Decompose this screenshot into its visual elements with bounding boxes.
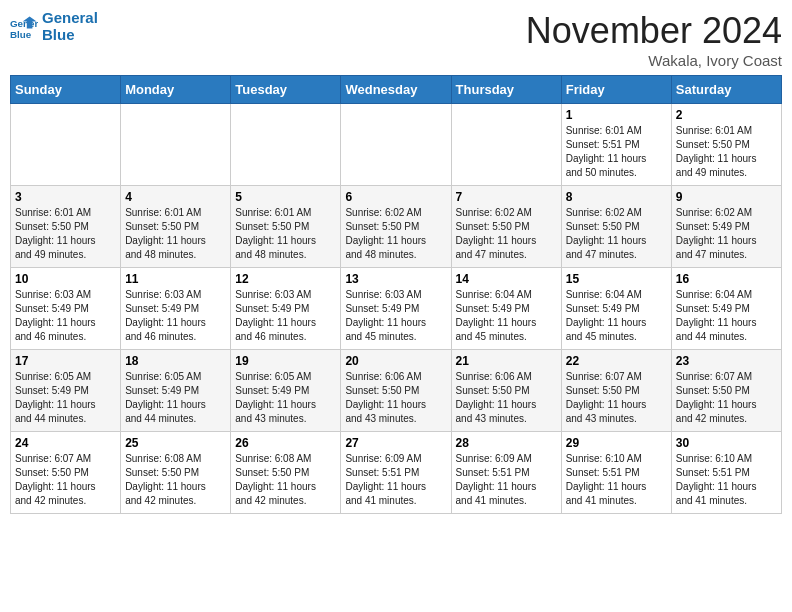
day-number: 15 bbox=[566, 272, 667, 286]
day-info: Sunrise: 6:01 AM Sunset: 5:50 PM Dayligh… bbox=[15, 206, 116, 262]
calendar-cell: 21Sunrise: 6:06 AM Sunset: 5:50 PM Dayli… bbox=[451, 350, 561, 432]
day-number: 30 bbox=[676, 436, 777, 450]
calendar-week-3: 10Sunrise: 6:03 AM Sunset: 5:49 PM Dayli… bbox=[11, 268, 782, 350]
day-number: 8 bbox=[566, 190, 667, 204]
day-info: Sunrise: 6:04 AM Sunset: 5:49 PM Dayligh… bbox=[566, 288, 667, 344]
calendar-cell: 4Sunrise: 6:01 AM Sunset: 5:50 PM Daylig… bbox=[121, 186, 231, 268]
day-info: Sunrise: 6:03 AM Sunset: 5:49 PM Dayligh… bbox=[345, 288, 446, 344]
calendar-cell bbox=[121, 104, 231, 186]
day-number: 21 bbox=[456, 354, 557, 368]
logo-blue: Blue bbox=[42, 27, 98, 44]
calendar-cell: 9Sunrise: 6:02 AM Sunset: 5:49 PM Daylig… bbox=[671, 186, 781, 268]
calendar-cell bbox=[451, 104, 561, 186]
day-number: 26 bbox=[235, 436, 336, 450]
day-info: Sunrise: 6:07 AM Sunset: 5:50 PM Dayligh… bbox=[676, 370, 777, 426]
day-info: Sunrise: 6:04 AM Sunset: 5:49 PM Dayligh… bbox=[456, 288, 557, 344]
calendar-cell: 18Sunrise: 6:05 AM Sunset: 5:49 PM Dayli… bbox=[121, 350, 231, 432]
calendar-cell: 12Sunrise: 6:03 AM Sunset: 5:49 PM Dayli… bbox=[231, 268, 341, 350]
calendar-cell: 29Sunrise: 6:10 AM Sunset: 5:51 PM Dayli… bbox=[561, 432, 671, 514]
calendar-table: SundayMondayTuesdayWednesdayThursdayFrid… bbox=[10, 75, 782, 514]
day-number: 1 bbox=[566, 108, 667, 122]
day-info: Sunrise: 6:10 AM Sunset: 5:51 PM Dayligh… bbox=[566, 452, 667, 508]
day-number: 29 bbox=[566, 436, 667, 450]
calendar-cell: 22Sunrise: 6:07 AM Sunset: 5:50 PM Dayli… bbox=[561, 350, 671, 432]
calendar-week-5: 24Sunrise: 6:07 AM Sunset: 5:50 PM Dayli… bbox=[11, 432, 782, 514]
logo-icon: General Blue bbox=[10, 13, 38, 41]
day-number: 22 bbox=[566, 354, 667, 368]
day-number: 5 bbox=[235, 190, 336, 204]
day-info: Sunrise: 6:08 AM Sunset: 5:50 PM Dayligh… bbox=[125, 452, 226, 508]
day-info: Sunrise: 6:02 AM Sunset: 5:50 PM Dayligh… bbox=[345, 206, 446, 262]
day-info: Sunrise: 6:01 AM Sunset: 5:50 PM Dayligh… bbox=[235, 206, 336, 262]
day-number: 19 bbox=[235, 354, 336, 368]
day-info: Sunrise: 6:08 AM Sunset: 5:50 PM Dayligh… bbox=[235, 452, 336, 508]
calendar-cell: 26Sunrise: 6:08 AM Sunset: 5:50 PM Dayli… bbox=[231, 432, 341, 514]
calendar-cell: 11Sunrise: 6:03 AM Sunset: 5:49 PM Dayli… bbox=[121, 268, 231, 350]
calendar-cell: 8Sunrise: 6:02 AM Sunset: 5:50 PM Daylig… bbox=[561, 186, 671, 268]
day-header-thursday: Thursday bbox=[451, 76, 561, 104]
day-info: Sunrise: 6:06 AM Sunset: 5:50 PM Dayligh… bbox=[456, 370, 557, 426]
day-number: 9 bbox=[676, 190, 777, 204]
day-number: 7 bbox=[456, 190, 557, 204]
day-info: Sunrise: 6:03 AM Sunset: 5:49 PM Dayligh… bbox=[235, 288, 336, 344]
day-number: 18 bbox=[125, 354, 226, 368]
day-header-saturday: Saturday bbox=[671, 76, 781, 104]
day-header-wednesday: Wednesday bbox=[341, 76, 451, 104]
calendar-cell: 27Sunrise: 6:09 AM Sunset: 5:51 PM Dayli… bbox=[341, 432, 451, 514]
day-number: 11 bbox=[125, 272, 226, 286]
calendar-cell: 28Sunrise: 6:09 AM Sunset: 5:51 PM Dayli… bbox=[451, 432, 561, 514]
day-header-monday: Monday bbox=[121, 76, 231, 104]
day-info: Sunrise: 6:03 AM Sunset: 5:49 PM Dayligh… bbox=[125, 288, 226, 344]
day-info: Sunrise: 6:01 AM Sunset: 5:51 PM Dayligh… bbox=[566, 124, 667, 180]
calendar-body: 1Sunrise: 6:01 AM Sunset: 5:51 PM Daylig… bbox=[11, 104, 782, 514]
day-number: 2 bbox=[676, 108, 777, 122]
day-info: Sunrise: 6:07 AM Sunset: 5:50 PM Dayligh… bbox=[15, 452, 116, 508]
day-info: Sunrise: 6:02 AM Sunset: 5:49 PM Dayligh… bbox=[676, 206, 777, 262]
calendar-cell: 25Sunrise: 6:08 AM Sunset: 5:50 PM Dayli… bbox=[121, 432, 231, 514]
title-block: November 2024 Wakala, Ivory Coast bbox=[526, 10, 782, 69]
calendar-cell: 15Sunrise: 6:04 AM Sunset: 5:49 PM Dayli… bbox=[561, 268, 671, 350]
day-number: 13 bbox=[345, 272, 446, 286]
day-number: 10 bbox=[15, 272, 116, 286]
calendar-cell: 1Sunrise: 6:01 AM Sunset: 5:51 PM Daylig… bbox=[561, 104, 671, 186]
day-number: 24 bbox=[15, 436, 116, 450]
day-info: Sunrise: 6:01 AM Sunset: 5:50 PM Dayligh… bbox=[676, 124, 777, 180]
calendar-cell: 23Sunrise: 6:07 AM Sunset: 5:50 PM Dayli… bbox=[671, 350, 781, 432]
calendar-cell: 7Sunrise: 6:02 AM Sunset: 5:50 PM Daylig… bbox=[451, 186, 561, 268]
day-info: Sunrise: 6:03 AM Sunset: 5:49 PM Dayligh… bbox=[15, 288, 116, 344]
calendar-cell: 19Sunrise: 6:05 AM Sunset: 5:49 PM Dayli… bbox=[231, 350, 341, 432]
calendar-cell: 6Sunrise: 6:02 AM Sunset: 5:50 PM Daylig… bbox=[341, 186, 451, 268]
calendar-cell: 10Sunrise: 6:03 AM Sunset: 5:49 PM Dayli… bbox=[11, 268, 121, 350]
calendar-week-2: 3Sunrise: 6:01 AM Sunset: 5:50 PM Daylig… bbox=[11, 186, 782, 268]
day-header-tuesday: Tuesday bbox=[231, 76, 341, 104]
calendar-cell: 24Sunrise: 6:07 AM Sunset: 5:50 PM Dayli… bbox=[11, 432, 121, 514]
calendar-header-row: SundayMondayTuesdayWednesdayThursdayFrid… bbox=[11, 76, 782, 104]
day-info: Sunrise: 6:05 AM Sunset: 5:49 PM Dayligh… bbox=[235, 370, 336, 426]
calendar-cell: 30Sunrise: 6:10 AM Sunset: 5:51 PM Dayli… bbox=[671, 432, 781, 514]
calendar-cell: 16Sunrise: 6:04 AM Sunset: 5:49 PM Dayli… bbox=[671, 268, 781, 350]
day-header-friday: Friday bbox=[561, 76, 671, 104]
day-number: 17 bbox=[15, 354, 116, 368]
calendar-cell: 20Sunrise: 6:06 AM Sunset: 5:50 PM Dayli… bbox=[341, 350, 451, 432]
day-info: Sunrise: 6:09 AM Sunset: 5:51 PM Dayligh… bbox=[345, 452, 446, 508]
calendar-cell bbox=[11, 104, 121, 186]
calendar-cell: 3Sunrise: 6:01 AM Sunset: 5:50 PM Daylig… bbox=[11, 186, 121, 268]
day-info: Sunrise: 6:02 AM Sunset: 5:50 PM Dayligh… bbox=[456, 206, 557, 262]
day-number: 3 bbox=[15, 190, 116, 204]
day-info: Sunrise: 6:10 AM Sunset: 5:51 PM Dayligh… bbox=[676, 452, 777, 508]
day-number: 20 bbox=[345, 354, 446, 368]
location: Wakala, Ivory Coast bbox=[526, 52, 782, 69]
day-info: Sunrise: 6:07 AM Sunset: 5:50 PM Dayligh… bbox=[566, 370, 667, 426]
day-number: 27 bbox=[345, 436, 446, 450]
calendar-cell: 13Sunrise: 6:03 AM Sunset: 5:49 PM Dayli… bbox=[341, 268, 451, 350]
page-header: General Blue General Blue November 2024 … bbox=[10, 10, 782, 69]
day-info: Sunrise: 6:05 AM Sunset: 5:49 PM Dayligh… bbox=[15, 370, 116, 426]
logo-general: General bbox=[42, 10, 98, 27]
calendar-week-4: 17Sunrise: 6:05 AM Sunset: 5:49 PM Dayli… bbox=[11, 350, 782, 432]
day-info: Sunrise: 6:01 AM Sunset: 5:50 PM Dayligh… bbox=[125, 206, 226, 262]
day-header-sunday: Sunday bbox=[11, 76, 121, 104]
calendar-cell bbox=[231, 104, 341, 186]
day-number: 25 bbox=[125, 436, 226, 450]
month-title: November 2024 bbox=[526, 10, 782, 52]
day-number: 6 bbox=[345, 190, 446, 204]
